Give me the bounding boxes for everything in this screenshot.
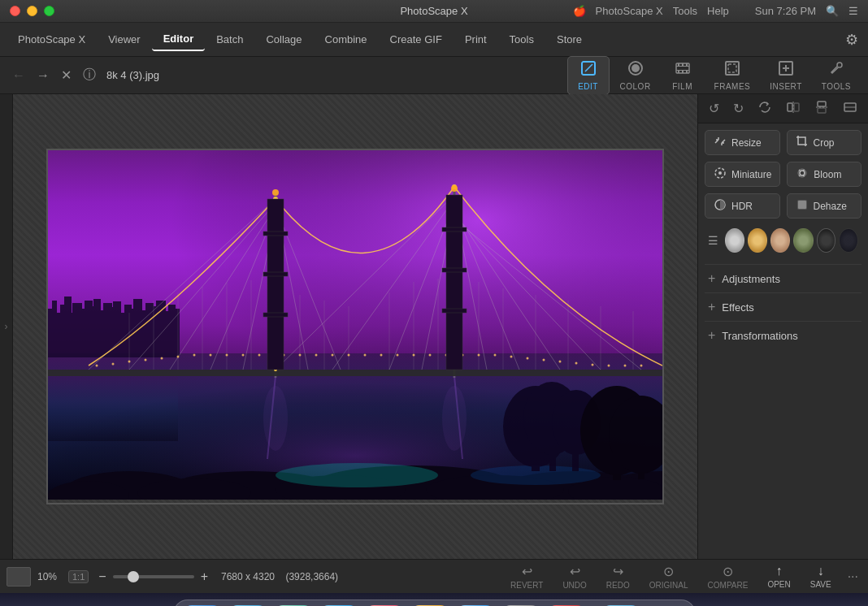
edit-tool-frames[interactable]: FRAMES [705,56,760,95]
maximize-button[interactable] [44,6,54,16]
nav-combine[interactable]: Combine [314,28,379,50]
original-button[interactable]: ⊙ ORIGINAL [643,561,695,593]
search-icon[interactable]: 🔍 [826,5,839,17]
image-container [46,149,664,504]
svg-point-91 [193,354,196,357]
svg-point-114 [575,362,578,365]
left-panel-toggle[interactable]: › [0,94,13,559]
apple-icon: 🍎 [573,5,586,17]
svg-point-144 [442,386,467,451]
hdr-button[interactable]: HDR [705,193,780,219]
close-file-button[interactable]: ✕ [57,64,76,86]
nav-tools[interactable]: Tools [498,28,545,50]
edit-tool-edit[interactable]: EDIT [567,56,610,95]
list-icon[interactable]: ☰ [848,5,858,17]
edit-tool-tools[interactable]: TOOLS [813,56,860,95]
edit-tool-film[interactable]: FILM [662,56,704,95]
resize-button[interactable]: Resize [705,130,780,155]
flip-h-icon[interactable] [781,97,805,121]
open-button[interactable]: ↑ OPEN [761,561,796,592]
compare-button[interactable]: ⊙ COMPARE [701,561,755,593]
status-bar: 10% 1:1 − + 7680 x 4320 (3928,3664) ↩ RE… [0,559,868,593]
svg-rect-47 [48,370,662,376]
adjustments-label: Adjustments [722,273,780,285]
effects-section[interactable]: + Effects [705,292,861,321]
right-panel-icon-row: ↺ ↻ [698,94,868,123]
tools-row-2: Miniature Bloom [705,162,861,187]
swatch-1[interactable] [725,228,744,253]
filter-menu-icon[interactable]: ☰ [708,234,718,247]
svg-point-165 [718,171,722,175]
nav-photoscapex[interactable]: PhotoScape X [7,28,97,50]
zoom-ratio-button[interactable]: 1:1 [68,570,89,583]
right-panel-content: Resize Crop [698,123,868,559]
revert-button[interactable]: ↩ REVERT [504,561,549,593]
minimize-button[interactable] [27,6,37,16]
clock: Sun 7:26 PM [755,5,816,17]
nav-editor[interactable]: Editor [152,28,206,51]
swatch-2[interactable] [748,228,767,253]
zoom-minus-button[interactable]: − [98,569,106,584]
nav-store[interactable]: Store [545,28,593,50]
save-button[interactable]: ↓ SAVE [804,561,838,592]
close-button[interactable] [10,6,20,16]
swatch-4[interactable] [793,228,813,253]
zoom-slider-thumb[interactable] [128,571,139,582]
svg-point-89 [161,357,163,360]
svg-point-109 [494,354,497,357]
more-button[interactable]: ··· [844,566,861,587]
swatch-water[interactable] [839,228,858,253]
svg-rect-121 [267,199,284,370]
miniature-button[interactable]: Miniature [705,162,780,187]
right-panel: ↺ ↻ [697,94,868,559]
adjustments-section[interactable]: + Adjustments [705,264,861,292]
dehaze-button[interactable]: Dehaze [787,193,862,219]
nav-collage[interactable]: Collage [254,28,313,50]
nav-create-gif[interactable]: Create GIF [379,28,454,50]
nav-batch[interactable]: Batch [205,28,254,50]
zoom-slider[interactable] [113,575,194,578]
svg-rect-124 [263,313,288,317]
window-controls[interactable] [10,6,54,16]
forward-button[interactable]: → [33,65,54,86]
mac-status-bar: 🍎 PhotoScape X Tools Help Sun 7:26 PM 🔍 … [573,5,858,17]
undo-button[interactable]: ↩ UNDO [556,561,592,593]
flip-v-icon[interactable] [809,97,834,121]
info-button[interactable]: ⓘ [79,63,100,87]
nav-buttons: ← → ✕ ⓘ [8,63,100,87]
menu-file[interactable]: Tools [673,5,697,17]
resize-icon [714,135,727,150]
main-area: › [0,94,868,559]
redo-button[interactable]: ↪ REDO [600,561,636,593]
settings-icon[interactable]: ⚙ [842,28,861,52]
nav-viewer[interactable]: Viewer [97,28,152,50]
rotate-ccw-icon[interactable]: ↺ [704,97,724,119]
rotate-icon[interactable] [753,97,777,121]
plus-icon-2: + [708,300,715,314]
rotate-cw-icon[interactable]: ↻ [728,97,749,119]
bloom-button[interactable]: Bloom [787,162,861,187]
edit-tool-insert[interactable]: INSERT [761,56,811,95]
swatch-3[interactable] [770,228,790,253]
svg-point-103 [397,354,399,357]
svg-point-113 [559,361,562,363]
crop-button[interactable]: Crop [787,130,862,155]
aspect-icon[interactable] [838,97,862,121]
tools-row-1: Resize Crop [705,130,861,155]
edit-tool-color[interactable]: COLOR [611,56,660,95]
thumbnail-preview[interactable] [7,567,31,587]
back-button[interactable]: ← [8,65,29,86]
transformations-section[interactable]: + Transformations [705,321,861,349]
svg-rect-126 [442,227,467,232]
svg-rect-170 [798,201,806,209]
swatch-5[interactable] [817,228,836,253]
svg-point-98 [315,354,318,357]
nav-print[interactable]: Print [454,28,498,50]
menu-help[interactable]: Help [707,5,729,17]
svg-rect-6 [678,63,679,66]
titlebar: PhotoScape X 🍎 PhotoScape X Tools Help S… [0,0,868,23]
svg-point-117 [624,365,627,367]
tools-icon [828,60,844,80]
bloom-label: Bloom [814,169,841,180]
zoom-plus-button[interactable]: + [201,569,208,584]
